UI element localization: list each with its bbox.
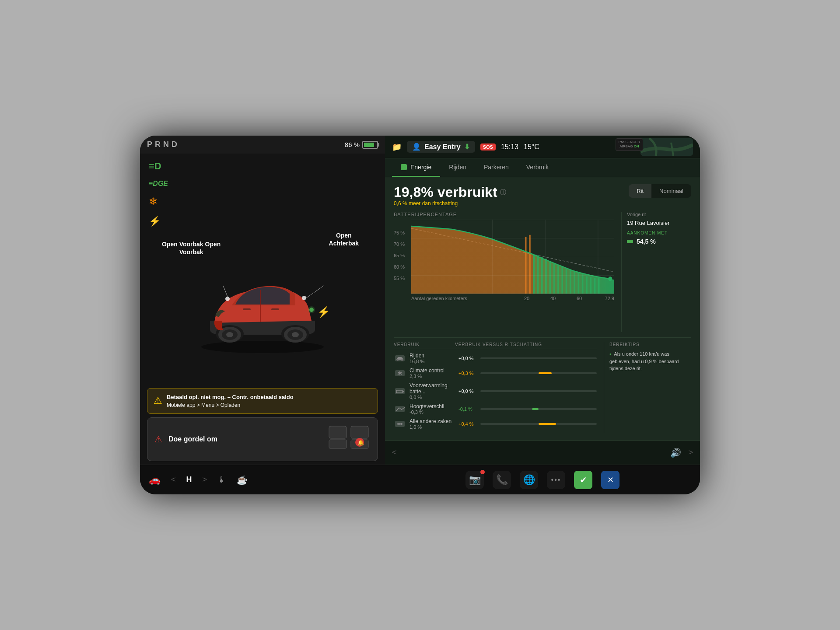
camera-app[interactable]: 📷 <box>466 471 484 489</box>
tips-block: BEREIKTIPS • Als u onder 110 km/u was ge… <box>604 342 691 433</box>
svg-rect-38 <box>574 271 575 294</box>
y-label-60: 60 % <box>394 264 410 270</box>
other-icon <box>394 420 406 428</box>
rit-buttons: Rit Nominaal <box>629 184 691 198</box>
info-icon[interactable]: ⓘ <box>500 189 506 196</box>
easy-entry-label: Easy Entry <box>424 143 461 151</box>
svg-point-8 <box>292 332 299 337</box>
left-bottom-nav: 🚗 < H > 🌡 ☕ <box>140 465 385 494</box>
svg-rect-19 <box>329 426 346 438</box>
battery-heat-bar: +0,0 % <box>458 388 597 394</box>
climate-value: 2,3 % <box>410 374 458 379</box>
svg-rect-36 <box>566 268 567 294</box>
elevation-bar-fill <box>532 408 539 410</box>
rbb-arrow-right[interactable]: > <box>688 448 693 457</box>
lightning-icon: ⚡ <box>149 216 385 227</box>
x-label-desc: Aantal gereden kilometers <box>411 296 514 301</box>
chart-body <box>411 220 614 294</box>
svg-rect-56 <box>395 406 405 412</box>
climate-usage-icon <box>394 369 406 378</box>
battery-heat-value: 0,0 % <box>410 395 458 400</box>
more-app[interactable]: ••• <box>547 471 565 489</box>
percentage-sub: 0,6 % meer dan ritschatting <box>394 200 506 206</box>
rijden-name-block: Rijden 16,8 % <box>410 353 458 364</box>
tab-verbruik-label: Verbruik <box>526 164 549 171</box>
elevation-icon <box>394 405 406 413</box>
percentage-display: 19,8% verbruikt ⓘ 0,6 % meer dan ritscha… <box>394 184 506 206</box>
x-label-40: 40 <box>540 296 566 301</box>
nav-heat[interactable]: 🌡 <box>217 475 226 485</box>
chart-section: BATTERIJPERCENTAGE 75 % 70 % 65 % 60 % 5… <box>394 212 691 332</box>
y-label-70: 70 % <box>394 242 410 247</box>
svg-rect-27 <box>529 235 531 294</box>
elevation-value: -0,3 % <box>410 410 458 415</box>
usage-row-elevation: Hoogteverschil -0,3 % -0,1 % <box>394 403 597 415</box>
arrive-value-block: 54,5 % <box>627 238 691 245</box>
tab-verbruik[interactable]: Verbruik <box>518 158 557 177</box>
warning-title: Betaald opl. niet mog. – Contr. onbetaal… <box>167 393 294 402</box>
other-delta: +0,4 % <box>458 421 478 427</box>
usage-table: VERBRUIK VERBRUIK VERSUS RITSCHATTING Ri… <box>394 342 597 433</box>
svg-point-14 <box>225 297 230 301</box>
y-label-75: 75 % <box>394 230 410 235</box>
nav-car[interactable]: 🚗 <box>149 474 161 486</box>
svg-rect-35 <box>561 266 563 294</box>
rijden-name: Rijden <box>410 353 458 359</box>
battery-icon <box>362 141 378 149</box>
svg-rect-31 <box>545 259 547 294</box>
grid-line-1 <box>411 220 614 220</box>
nav-arrow-left[interactable]: < <box>171 475 176 484</box>
download-icon: ⬇ <box>464 143 470 151</box>
car-usage-icon <box>394 354 406 363</box>
edge-icon: ≡DGE <box>149 180 385 188</box>
prev-trip-address: 19 Rue Lavoisier <box>627 220 691 226</box>
usage-row-other: Alle andere zaken 1,0 % +0,4 % <box>394 418 597 430</box>
nav-arrow-right[interactable]: > <box>203 475 207 484</box>
svg-point-59 <box>399 423 401 425</box>
other-bar-fill <box>539 423 556 425</box>
rbb-arrow-left[interactable]: < <box>392 448 397 457</box>
nav-blue-app[interactable]: ✕ <box>601 471 620 489</box>
svg-point-16 <box>302 296 306 300</box>
passenger-airbag-label: PASSENGERAIRBAG ON <box>619 140 640 149</box>
svg-rect-41 <box>586 276 588 294</box>
sos-badge[interactable]: SOS <box>480 144 496 150</box>
easy-entry-button[interactable]: 👤 Easy Entry ⬇ <box>407 141 475 153</box>
y-label-65: 65 % <box>394 253 410 258</box>
other-bar-bg <box>480 423 597 425</box>
svg-point-58 <box>397 423 399 425</box>
battery-chart: BATTERIJPERCENTAGE 75 % 70 % 65 % 60 % 5… <box>394 212 614 332</box>
svg-text:🔔: 🔔 <box>357 439 364 446</box>
svg-rect-40 <box>582 274 584 294</box>
arrive-dot <box>627 240 633 243</box>
elevation-name-block: Hoogteverschil -0,3 % <box>410 403 458 415</box>
prnd-bar: PRND 86 % <box>140 136 385 154</box>
y-label-55: 55 % <box>394 276 410 281</box>
tab-parkeren[interactable]: Parkeren <box>475 158 518 177</box>
other-bar: +0,4 % <box>458 421 597 427</box>
svg-rect-20 <box>329 440 346 448</box>
camera-badge <box>480 470 485 474</box>
nominaal-button[interactable]: Nominaal <box>651 184 691 198</box>
elevation-name: Hoogteverschil <box>410 403 458 410</box>
tab-rijden[interactable]: Rijden <box>440 158 475 177</box>
arrive-label: AANKOMEN MET <box>627 231 691 235</box>
right-panel: 📁 👤 Easy Entry ⬇ SOS 15:13 15°C PASSENGE… <box>385 136 700 494</box>
rijden-value: 16,8 % <box>410 359 458 364</box>
nav-coffee[interactable]: ☕ <box>237 475 248 485</box>
seatbelt-text: Doe gordel om <box>168 435 217 443</box>
nav-green-app[interactable]: ✔ <box>574 471 592 489</box>
battery-fill <box>364 143 374 147</box>
tab-parkeren-label: Parkeren <box>484 164 509 171</box>
tesla-screen: PRND 86 % ≡D ≡DGE ❄ ⚡ Open Voorbak OpenV… <box>140 136 700 494</box>
rit-button[interactable]: Rit <box>629 184 651 198</box>
svg-line-17 <box>306 286 324 298</box>
tab-energie[interactable]: Energie <box>392 158 440 177</box>
browser-app[interactable]: 🌐 <box>520 471 538 489</box>
svg-rect-21 <box>351 426 368 438</box>
chart-right-info: Vorige rit 19 Rue Lavoisier AANKOMEN MET… <box>621 212 691 332</box>
volume-icon[interactable]: 🔊 <box>670 448 681 458</box>
phone-app[interactable]: 📞 <box>493 471 511 489</box>
chart-y-labels: 75 % 70 % 65 % 60 % 55 % <box>394 230 410 281</box>
svg-point-60 <box>401 423 402 425</box>
